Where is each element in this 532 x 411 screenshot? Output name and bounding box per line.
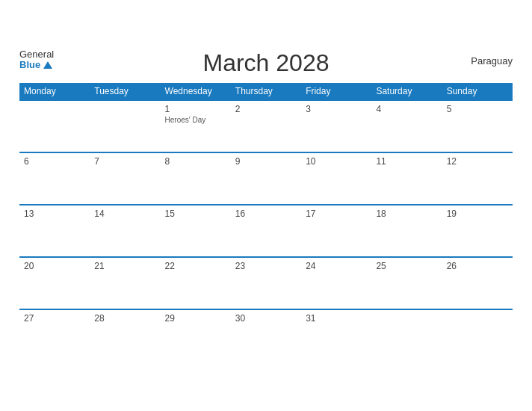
- day-header-tuesday: Tuesday: [90, 83, 160, 100]
- day-number: 30: [235, 313, 297, 324]
- calendar-cell: [371, 309, 442, 362]
- logo-general-text: General: [19, 49, 54, 60]
- calendar-cell: 26: [442, 257, 513, 309]
- calendar-cell: 25: [371, 257, 442, 309]
- calendar-cell: 13: [19, 205, 90, 257]
- day-number: 7: [94, 156, 155, 167]
- day-header-sunday: Sunday: [442, 83, 513, 100]
- day-header-saturday: Saturday: [371, 83, 442, 100]
- day-number: 27: [24, 313, 85, 324]
- calendar-cell: 28: [90, 309, 160, 362]
- calendar-cell: 21: [90, 257, 160, 309]
- day-number: 22: [165, 261, 226, 271]
- day-number: 20: [24, 261, 85, 271]
- day-number: 31: [306, 313, 367, 324]
- day-number: 18: [376, 208, 437, 219]
- day-number: 26: [447, 261, 508, 271]
- day-header-thursday: Thursday: [231, 83, 301, 100]
- calendar-cell: 11: [371, 152, 442, 205]
- day-header-monday: Monday: [19, 83, 90, 100]
- calendar-cell: 15: [161, 205, 231, 257]
- calendar-container: General Blue March 2028 Paraguay MondayT…: [8, 42, 524, 369]
- day-number: 24: [306, 261, 367, 271]
- day-number: 25: [376, 261, 437, 271]
- week-row-3: 13141516171819: [19, 205, 513, 257]
- calendar-cell: 22: [161, 257, 231, 309]
- week-row-4: 20212223242526: [19, 257, 513, 309]
- logo-blue-text: Blue: [19, 60, 40, 70]
- calendar-cell: 2: [231, 100, 301, 152]
- day-number: 16: [235, 208, 297, 219]
- calendar-cell: [90, 100, 160, 152]
- day-number: 19: [447, 208, 508, 219]
- day-number: 11: [376, 156, 437, 167]
- day-number: 10: [306, 156, 367, 167]
- day-number: 28: [94, 313, 155, 324]
- calendar-cell: 14: [90, 205, 160, 257]
- calendar-cell: 31: [301, 309, 371, 362]
- day-number: 12: [447, 156, 508, 167]
- calendar-cell: 3: [301, 100, 371, 152]
- calendar-cell: 4: [371, 100, 442, 152]
- calendar-cell: 27: [19, 309, 90, 362]
- calendar-cell: 18: [371, 205, 442, 257]
- calendar-cell: 24: [301, 257, 371, 309]
- day-number: 13: [24, 208, 85, 219]
- page-title: March 2028: [203, 49, 330, 77]
- week-row-2: 6789101112: [19, 152, 513, 205]
- calendar-cell: 20: [19, 257, 90, 309]
- calendar-cell: 23: [231, 257, 301, 309]
- calendar-cell: 8: [161, 152, 231, 205]
- day-number: 8: [165, 156, 226, 167]
- calendar-cell: 6: [19, 152, 90, 205]
- calendar-cell: 7: [90, 152, 160, 205]
- logo: General Blue: [19, 49, 54, 71]
- day-number: 4: [376, 104, 437, 114]
- logo-triangle-icon: [43, 61, 52, 69]
- day-number: 21: [94, 261, 155, 271]
- calendar-cell: 10: [301, 152, 371, 205]
- week-row-5: 2728293031: [19, 309, 513, 362]
- holiday-label: Heroes' Day: [165, 116, 226, 124]
- calendar-cell: 12: [442, 152, 513, 205]
- day-number: 17: [306, 208, 367, 219]
- week-row-1: 1Heroes' Day2345: [19, 100, 513, 152]
- calendar-header: General Blue March 2028 Paraguay: [19, 49, 513, 77]
- day-number: 6: [24, 156, 85, 167]
- day-number: 1: [165, 104, 226, 114]
- calendar-cell: [442, 309, 513, 362]
- day-number: 5: [447, 104, 508, 114]
- calendar-cell: 19: [442, 205, 513, 257]
- calendar-cell: 1Heroes' Day: [161, 100, 231, 152]
- day-number: 2: [235, 104, 297, 114]
- calendar-cell: 5: [442, 100, 513, 152]
- day-number: 9: [235, 156, 297, 167]
- calendar-cell: [19, 100, 90, 152]
- calendar-cell: 16: [231, 205, 301, 257]
- day-header-wednesday: Wednesday: [161, 83, 231, 100]
- day-number: 14: [94, 208, 155, 219]
- day-number: 29: [165, 313, 226, 324]
- country-label: Paraguay: [471, 55, 513, 67]
- day-number: 3: [306, 104, 367, 114]
- day-number: 15: [165, 208, 226, 219]
- calendar-table: MondayTuesdayWednesdayThursdayFridaySatu…: [19, 83, 513, 362]
- calendar-cell: 29: [161, 309, 231, 362]
- calendar-cell: 9: [231, 152, 301, 205]
- calendar-cell: 17: [301, 205, 371, 257]
- day-number: 23: [235, 261, 297, 271]
- calendar-cell: 30: [231, 309, 301, 362]
- day-header-friday: Friday: [301, 83, 371, 100]
- days-header-row: MondayTuesdayWednesdayThursdayFridaySatu…: [19, 83, 513, 100]
